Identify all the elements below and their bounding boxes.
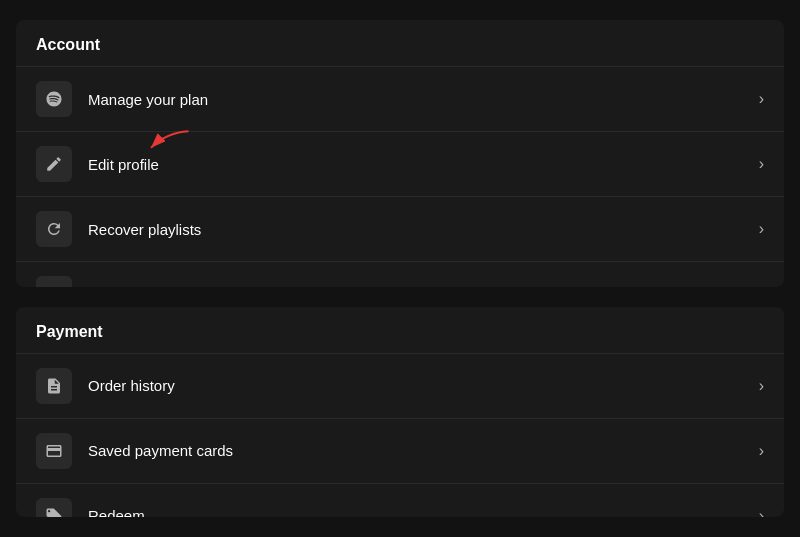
tag-icon — [45, 507, 63, 517]
edit-profile-chevron: › — [759, 155, 764, 173]
saved-payment-cards-icon-wrapper — [36, 433, 72, 469]
card-icon — [45, 442, 63, 460]
redeem-chevron: › — [759, 507, 764, 517]
address-chevron: › — [759, 285, 764, 287]
refresh-icon — [45, 220, 63, 238]
manage-plan-chevron: › — [759, 90, 764, 108]
redeem-item[interactable]: Redeem › — [16, 483, 784, 517]
pencil-icon — [45, 155, 63, 173]
recover-playlists-label: Recover playlists — [88, 221, 759, 238]
payment-section-title: Payment — [16, 307, 784, 353]
recover-playlists-item[interactable]: Recover playlists › — [16, 196, 784, 261]
manage-plan-icon-wrapper — [36, 81, 72, 117]
recover-playlists-chevron: › — [759, 220, 764, 238]
saved-payment-cards-item[interactable]: Saved payment cards › — [16, 418, 784, 483]
account-section: Account Manage your plan › Edit profile … — [16, 20, 784, 287]
address-label: Address — [88, 286, 759, 287]
edit-profile-label: Edit profile — [88, 156, 759, 173]
spotify-icon — [45, 90, 63, 108]
order-history-label: Order history — [88, 377, 759, 394]
order-history-item[interactable]: Order history › — [16, 353, 784, 418]
home-icon — [45, 285, 63, 287]
account-section-title: Account — [16, 20, 784, 66]
saved-payment-cards-label: Saved payment cards — [88, 442, 759, 459]
payment-section: Payment Order history › Saved payment ca… — [16, 307, 784, 517]
edit-profile-icon-wrapper — [36, 146, 72, 182]
redeem-label: Redeem — [88, 507, 759, 517]
order-history-chevron: › — [759, 377, 764, 395]
saved-payment-cards-chevron: › — [759, 442, 764, 460]
document-icon — [45, 377, 63, 395]
edit-profile-item[interactable]: Edit profile › — [16, 131, 784, 196]
redeem-icon-wrapper — [36, 498, 72, 517]
manage-plan-item[interactable]: Manage your plan › — [16, 66, 784, 131]
order-history-icon-wrapper — [36, 368, 72, 404]
manage-plan-label: Manage your plan — [88, 91, 759, 108]
recover-playlists-icon-wrapper — [36, 211, 72, 247]
address-item[interactable]: Address › — [16, 261, 784, 287]
address-icon-wrapper — [36, 276, 72, 287]
